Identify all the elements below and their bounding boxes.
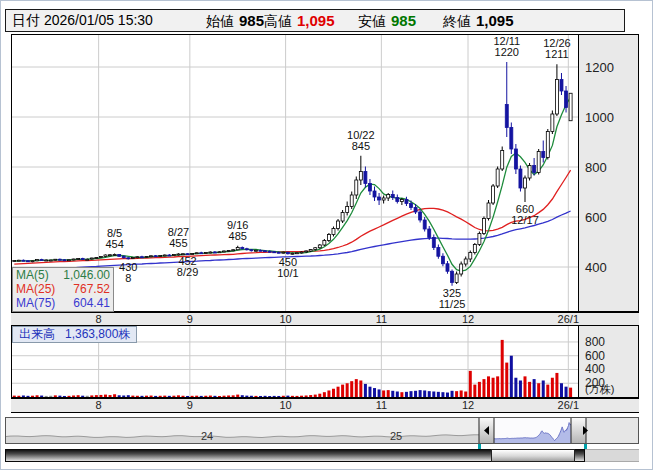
candle-body (159, 256, 162, 257)
candle-body (396, 198, 399, 202)
nav-left-handle[interactable] (479, 418, 494, 444)
volume-bar (264, 396, 267, 397)
candle-body (528, 166, 531, 179)
volume-bar (460, 390, 463, 397)
stock-chart-widget: 日付 2026/01/05 15:30 始値985 高値1,095 安値985 … (0, 0, 653, 470)
volume-bar (569, 388, 572, 397)
candle-body (282, 252, 285, 253)
candle-body (140, 257, 143, 258)
candle-body (387, 195, 390, 199)
candle-body (104, 255, 107, 257)
candle-body (505, 105, 508, 128)
volume-bar (332, 389, 335, 397)
volume-bar (350, 381, 353, 397)
open-group: 始値985 (206, 10, 264, 31)
candle-body (72, 259, 75, 260)
candle-body (118, 255, 121, 257)
candle-body (218, 252, 221, 253)
candle-body (296, 253, 299, 254)
volume-tick-label: 800 (585, 335, 605, 349)
candle-body (487, 203, 490, 219)
candle-body (232, 250, 235, 251)
candle-body (31, 261, 34, 262)
candle-body (428, 229, 431, 238)
candle-body (410, 204, 413, 208)
swing-low-date: 8/29 (177, 266, 198, 278)
volume-bar (109, 395, 112, 397)
candle-body (368, 184, 371, 192)
volume-bar (296, 396, 299, 397)
volume-bar (341, 385, 344, 397)
candle-body (250, 250, 253, 251)
volume-bar (13, 396, 16, 397)
volume-bar (131, 396, 134, 397)
swing-high-price: 455 (169, 237, 187, 249)
swing-low-date: 8 (125, 272, 131, 284)
volume-bar (446, 393, 449, 397)
candle-body (346, 207, 349, 213)
swing-high-price: 454 (105, 238, 123, 250)
volume-bar (432, 391, 435, 397)
volume-bar (387, 390, 390, 397)
volume-bar (537, 383, 540, 397)
low-value: 985 (391, 12, 416, 29)
candle-body (464, 259, 467, 264)
volume-bar (464, 391, 467, 397)
month-label: 9 (187, 399, 193, 412)
volume-bar (437, 392, 440, 397)
candle-body (277, 252, 280, 253)
volume-bar (451, 391, 454, 397)
volume-bar (286, 396, 289, 397)
volume-bar (555, 373, 558, 397)
volume-bar (45, 396, 48, 397)
ohlc-info-bar: 日付 2026/01/05 15:30 始値985 高値1,095 安値985 … (5, 9, 625, 32)
scrollbar-thumb[interactable] (491, 449, 575, 462)
candle-body (209, 252, 212, 253)
volume-bar (400, 392, 403, 397)
nav-right-handle[interactable] (571, 418, 588, 444)
candle-body (337, 221, 340, 229)
candle-body (81, 259, 84, 260)
month-label: 10 (279, 399, 291, 412)
swing-high-price: 845 (352, 140, 370, 152)
candle-body (533, 166, 536, 173)
volume-bar (277, 396, 280, 397)
volume-bar (191, 396, 194, 397)
volume-bar (213, 396, 216, 397)
volume-bar (560, 383, 563, 397)
volume-bar (200, 396, 203, 397)
date-label: 日付 (12, 12, 40, 28)
range-navigator[interactable] (5, 417, 639, 444)
candle-body (359, 172, 362, 181)
volume-bar (268, 396, 271, 397)
swing-high-price: 485 (229, 230, 247, 242)
volume-bar (423, 390, 426, 397)
candle-body (451, 271, 454, 282)
ma5-row: MA(5)1,046.00 (13, 268, 113, 282)
candle-body (492, 186, 495, 203)
volume-bar (391, 391, 394, 397)
candle-body (455, 274, 458, 283)
close-group: 終値1,095 (443, 10, 514, 31)
ma25-row: MA(25)767.52 (13, 282, 113, 296)
volume-bar (291, 396, 294, 397)
candle-body (546, 132, 549, 158)
volume-bar (382, 390, 385, 397)
high-group: 高値1,095 (264, 10, 335, 31)
volume-bar (323, 392, 326, 397)
candle-body (163, 255, 166, 256)
date-value: 2026/01/05 15:30 (44, 12, 153, 28)
candle-body (68, 260, 71, 261)
volume-bar (31, 396, 34, 397)
volume-bar (104, 395, 107, 397)
candle-body (423, 220, 426, 229)
candle-body (501, 151, 504, 170)
candle-body (90, 258, 93, 259)
candle-body (40, 260, 43, 261)
scrollbar-rest (585, 449, 639, 462)
volume-bar (501, 340, 504, 397)
volume-bar (86, 396, 89, 397)
volume-bar (327, 390, 330, 397)
volume-bar (473, 385, 476, 397)
candle-body (99, 257, 102, 258)
